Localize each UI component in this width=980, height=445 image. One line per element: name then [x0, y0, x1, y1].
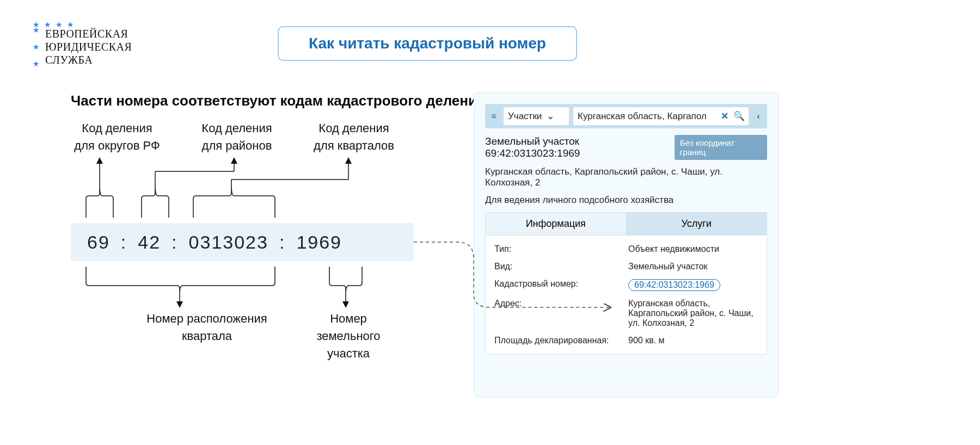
info-grid: Тип: Объект недвижимости Вид: Земельный …	[485, 235, 767, 355]
brand-text: ЕВРОПЕЙСКАЯ ЮРИДИЧЕСКАЯ СЛУЖБА	[45, 27, 132, 66]
section-heading: Части номера соответствуют кодам кадастр…	[71, 92, 485, 109]
label-addr: Адрес:	[494, 299, 620, 328]
collapse-icon[interactable]: ‹	[753, 112, 764, 121]
value-kind: Земельный участок	[628, 262, 758, 271]
clear-icon[interactable]: ✕	[719, 110, 730, 122]
menu-icon[interactable]: ≡	[488, 112, 499, 121]
search-value: Курганская область, Каргапол	[578, 111, 716, 122]
brand-line-2: ЮРИДИЧЕСКАЯ	[45, 40, 132, 53]
cadastral-diagram: Код деления для округов РФ Код деления д…	[71, 120, 452, 419]
value-cad: 69:42:0313023:1969	[628, 279, 720, 291]
result-title-row: Земельный участок 69:42:0313023:1969 Без…	[485, 135, 767, 160]
value-addr: Курганская область, Каргапольский район,…	[628, 299, 758, 328]
search-input[interactable]: Курганская область, Каргапол ✕ 🔍	[573, 107, 749, 125]
result-address: Курганская область, Каргапольский район,…	[485, 166, 767, 188]
info-panel: ≡ Участки ⌄ Курганская область, Каргапол…	[474, 92, 779, 397]
search-icon[interactable]: 🔍	[733, 110, 744, 122]
label-area: Площадь декларированная:	[494, 336, 620, 345]
chevron-down-icon: ⌄	[545, 110, 556, 122]
value-area: 900 кв. м	[628, 336, 758, 345]
brand-line-1: ЕВРОПЕЙСКАЯ	[45, 27, 132, 40]
label-kind: Вид:	[494, 262, 620, 271]
diagram-connectors	[71, 120, 452, 419]
tab-row: Информация Услуги	[485, 212, 767, 235]
search-bar: ≡ Участки ⌄ Курганская область, Каргапол…	[485, 104, 767, 128]
star-icon: ★★★	[33, 27, 41, 66]
tab-services[interactable]: Услуги	[627, 212, 768, 235]
brand-line-3: СЛУЖБА	[45, 53, 132, 66]
result-purpose: Для ведения личного подсобного хозяйства	[485, 195, 767, 206]
star-icon: ★ ★ ★ ★	[33, 22, 132, 27]
filter-dropdown[interactable]: Участки ⌄	[504, 107, 569, 125]
status-badge: Без координат границ	[675, 135, 767, 160]
label-cad: Кадастровый номер:	[494, 279, 620, 291]
result-title: Земельный участок 69:42:0313023:1969	[485, 135, 675, 159]
brand-logo: ★ ★ ★ ★ ★★★ ЕВРОПЕЙСКАЯ ЮРИДИЧЕСКАЯ СЛУЖ…	[33, 22, 132, 66]
value-type: Объект недвижимости	[628, 244, 758, 254]
label-type: Тип:	[494, 244, 620, 254]
filter-label: Участки	[508, 111, 542, 122]
page-title: Как читать кадастровый номер	[278, 26, 577, 61]
tab-info[interactable]: Информация	[485, 212, 627, 235]
